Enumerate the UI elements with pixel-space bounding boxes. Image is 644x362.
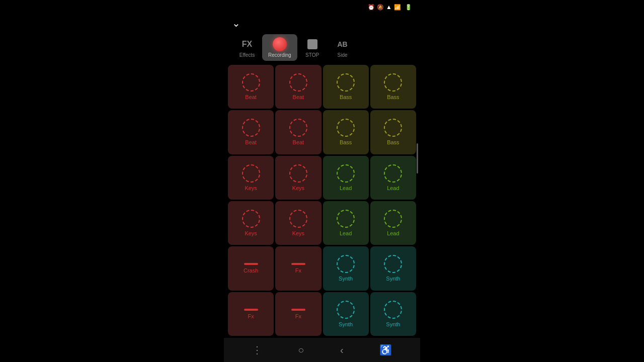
recording-label: Recording bbox=[268, 52, 291, 58]
pad-2-2[interactable]: Lead bbox=[323, 156, 369, 200]
pad-2-1[interactable]: Keys bbox=[275, 156, 321, 200]
pad-label: Beat bbox=[245, 139, 257, 145]
fx-label: Effects bbox=[239, 52, 255, 58]
pad-3-0[interactable]: Keys bbox=[228, 201, 274, 245]
pad-4-0[interactable]: Crash bbox=[228, 246, 274, 290]
pad-4-3[interactable]: Synth bbox=[370, 246, 416, 290]
toolbar-recording[interactable]: Recording bbox=[262, 34, 297, 61]
stop-label: STOP bbox=[305, 52, 319, 58]
pad-5-3[interactable]: Synth bbox=[370, 292, 416, 336]
battery-icon: 🔋 bbox=[405, 4, 412, 11]
pad-ring-icon bbox=[289, 210, 307, 228]
toolbar-stop[interactable]: STOP bbox=[297, 34, 328, 61]
pad-label: Keys bbox=[292, 230, 304, 236]
pad-label: Lead bbox=[340, 185, 352, 191]
pad-ring-icon bbox=[384, 119, 402, 137]
pad-label: Bass bbox=[340, 94, 352, 100]
pad-label: Keys bbox=[245, 230, 257, 236]
pad-2-0[interactable]: Keys bbox=[228, 156, 274, 200]
pad-ring-icon bbox=[384, 255, 402, 273]
status-alarm-icon: ⏰ bbox=[368, 4, 375, 11]
pad-ring-icon bbox=[337, 210, 355, 228]
status-signal-icon: 📶 bbox=[394, 4, 401, 11]
pad-0-2[interactable]: Bass bbox=[323, 65, 369, 109]
pad-label: Beat bbox=[293, 139, 304, 145]
pad-dash-icon bbox=[291, 309, 305, 311]
pad-4-1[interactable]: Fx bbox=[275, 246, 321, 290]
recording-icon bbox=[273, 37, 287, 51]
pad-ring-icon bbox=[337, 164, 355, 183]
pad-3-2[interactable]: Lead bbox=[323, 201, 369, 245]
record-button-indicator bbox=[273, 37, 287, 51]
pad-0-3[interactable]: Bass bbox=[370, 65, 416, 109]
pad-ring-icon bbox=[242, 73, 260, 92]
status-icons: ⏰ 🔕 ▲ 📶 🔋 bbox=[368, 4, 412, 11]
pad-5-0[interactable]: Fx bbox=[228, 292, 274, 336]
pad-grid: Beat Beat Bass Bass Beat Beat Bass Bass … bbox=[228, 65, 416, 336]
back-button[interactable]: ⌄ bbox=[232, 17, 240, 29]
pad-label: Bass bbox=[387, 139, 399, 145]
status-wifi-icon: ▲ bbox=[386, 4, 392, 11]
pad-ring-icon bbox=[289, 164, 307, 183]
status-dnd-icon: 🔕 bbox=[377, 4, 384, 11]
pad-label: Fx bbox=[295, 267, 301, 274]
pad-ring-icon bbox=[289, 73, 307, 92]
pad-ring-icon bbox=[337, 301, 355, 319]
pad-label: Keys bbox=[292, 185, 304, 191]
nav-menu-icon[interactable]: ⋮ bbox=[252, 344, 262, 356]
pad-1-3[interactable]: Bass bbox=[370, 110, 416, 154]
pad-dash-icon bbox=[291, 263, 305, 265]
toolbar-fx[interactable]: FX Effects bbox=[232, 34, 262, 61]
pad-label: Lead bbox=[387, 230, 399, 236]
nav-back-icon[interactable]: ‹ bbox=[340, 344, 344, 356]
pad-label: Synth bbox=[386, 321, 400, 327]
pad-ring-icon bbox=[384, 73, 402, 92]
pad-label: Bass bbox=[387, 94, 399, 100]
pad-ring-icon bbox=[384, 301, 402, 319]
pad-4-2[interactable]: Synth bbox=[323, 246, 369, 290]
pad-1-2[interactable]: Bass bbox=[323, 110, 369, 154]
header: ⌄ bbox=[224, 14, 420, 32]
pad-ring-icon bbox=[289, 119, 307, 137]
nav-bar: ⋮ ○ ‹ ♿ bbox=[224, 338, 420, 362]
pad-ring-icon bbox=[242, 119, 260, 137]
side-label: Side bbox=[338, 52, 348, 58]
phone-container: ⏰ 🔕 ▲ 📶 🔋 ⌄ FX Effects Recording bbox=[224, 0, 420, 362]
pad-label: Crash bbox=[244, 267, 258, 274]
pad-0-1[interactable]: Beat bbox=[275, 65, 321, 109]
pad-label: Bass bbox=[340, 139, 352, 145]
pad-5-2[interactable]: Synth bbox=[323, 292, 369, 336]
pad-dash-icon bbox=[244, 309, 258, 311]
pad-label: Lead bbox=[387, 185, 399, 191]
pad-label: Lead bbox=[340, 230, 352, 236]
pad-label: Keys bbox=[245, 185, 257, 191]
nav-accessibility-icon[interactable]: ♿ bbox=[379, 344, 392, 356]
pad-label: Synth bbox=[386, 276, 400, 282]
pad-label: Beat bbox=[245, 94, 257, 100]
pad-ring-icon bbox=[337, 119, 355, 137]
status-bar: ⏰ 🔕 ▲ 📶 🔋 bbox=[224, 0, 420, 14]
toolbar: FX Effects Recording STOP AB Side bbox=[224, 32, 420, 63]
pad-label: Fx bbox=[295, 313, 301, 319]
pad-ring-icon bbox=[242, 210, 260, 228]
pad-ring-icon bbox=[384, 210, 402, 228]
pad-ring-icon bbox=[337, 255, 355, 273]
pad-3-3[interactable]: Lead bbox=[370, 201, 416, 245]
nav-home-icon[interactable]: ○ bbox=[298, 344, 304, 356]
pad-ring-icon bbox=[384, 164, 402, 183]
ab-icon: AB bbox=[336, 37, 350, 51]
pad-2-3[interactable]: Lead bbox=[370, 156, 416, 200]
pad-1-0[interactable]: Beat bbox=[228, 110, 274, 154]
pad-5-1[interactable]: Fx bbox=[275, 292, 321, 336]
toolbar-side[interactable]: AB Side bbox=[328, 34, 358, 61]
pad-ring-icon bbox=[242, 164, 260, 183]
pad-label: Fx bbox=[248, 313, 254, 319]
pad-0-0[interactable]: Beat bbox=[228, 65, 274, 109]
pad-label: Synth bbox=[339, 321, 353, 327]
fx-icon: FX bbox=[240, 37, 254, 51]
pad-1-1[interactable]: Beat bbox=[275, 110, 321, 154]
pad-dash-icon bbox=[244, 263, 258, 265]
pad-ring-icon bbox=[337, 73, 355, 92]
pad-3-1[interactable]: Keys bbox=[275, 201, 321, 245]
stop-icon bbox=[305, 37, 319, 51]
